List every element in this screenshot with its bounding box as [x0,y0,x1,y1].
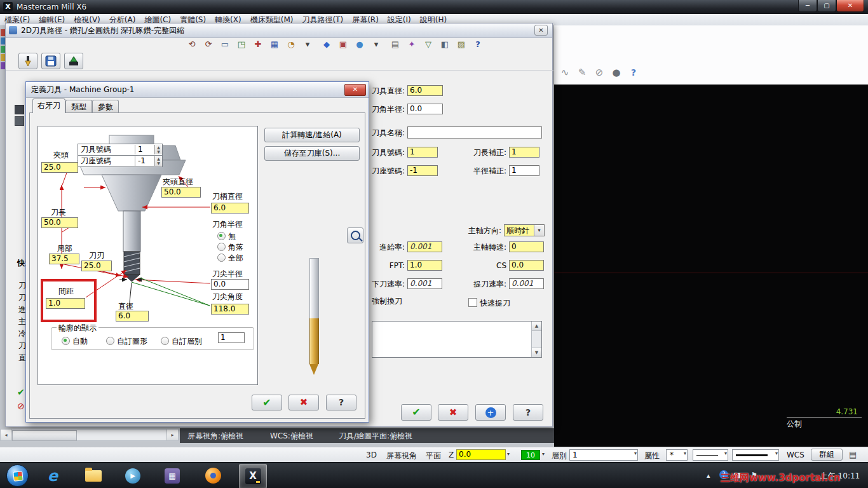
scroll-up-icon[interactable]: ▲ [532,322,541,331]
color-swatch[interactable]: 10 [521,450,540,460]
tree-item-icon[interactable] [15,116,24,126]
flute-field[interactable]: 25.0 [81,261,112,271]
scroll-left-icon[interactable]: ◂ [1,430,12,440]
comment-listbox[interactable]: ▲ ▼ [372,321,542,358]
add-button[interactable]: + [475,404,506,421]
square-icon[interactable]: ▣ [336,38,350,51]
tip-angle-field[interactable]: 118.0 [211,304,249,315]
level-dropdown[interactable]: 1 ▾ [569,449,638,461]
line-width-dropdown[interactable]: ▾ [732,449,779,461]
star-icon[interactable]: ✦ [405,38,419,51]
diamond-icon[interactable]: ◆ [320,38,334,51]
holder-number-box[interactable]: 刀座號碼 -1 ▲▼ [78,155,163,167]
tab-right-tap[interactable]: 右牙刀 [32,98,65,113]
spinner-icon[interactable]: ▲▼ [154,145,162,154]
profile-custom-level-radio[interactable]: 自訂層別 [161,334,202,346]
attributes-button[interactable]: 屬性 [644,451,660,461]
holder-number-value[interactable]: -1 [135,156,154,166]
grid-menu-icon[interactable]: ▤ [849,450,857,459]
scrollbar-horizontal[interactable]: ◂ ▸ [0,429,179,441]
dot-icon[interactable]: ● [353,38,367,51]
length-offset-field[interactable]: 1 [509,147,539,158]
taskbar-app[interactable]: ▦ [159,464,186,487]
taskbar-media-player[interactable]: ▶ [119,464,146,487]
radius-offset-field[interactable]: 1 [509,165,539,176]
rows-icon[interactable]: ▤ [388,38,402,51]
profile-level-field[interactable]: 1 [218,332,245,343]
graphics-viewport[interactable]: 4.731 公制 [554,85,868,447]
help-icon[interactable]: ? [471,38,485,51]
profile-custom-geo-radio[interactable]: 自訂圖形 [106,334,147,346]
point-style-dropdown[interactable]: * ▾ [666,449,688,461]
taskbar-firefox[interactable] [200,464,226,487]
tree-item-icon[interactable] [15,105,24,114]
holder-number-field[interactable]: -1 [407,165,438,176]
line-style-dropdown[interactable]: ▾ [693,449,728,461]
define-tool-titlebar[interactable]: 定義刀具 - Machine Group-1 ✕ [26,82,369,98]
tray-expand-icon[interactable]: ▴ [707,471,710,480]
planes-button[interactable]: 平面 [426,451,441,461]
toolpath-dialog-titlebar[interactable]: 2D刀具路徑 - 鑽孔/全圓銑削 深孔啄鑽-完整回縮 ✕ [6,24,552,38]
dropdown-icon[interactable]: ▾ [369,38,383,51]
taskbar-explorer[interactable] [80,464,107,487]
spinner-icon[interactable]: ▲▼ [154,156,162,166]
taskbar-ie[interactable]: e [39,464,66,487]
chevron-down-icon[interactable]: ▾ [507,451,510,457]
cs-field[interactable]: 0.0 [509,260,544,271]
close-button[interactable]: ✕ [836,0,864,12]
gview-button[interactable]: 屏幕視角 [386,451,417,461]
plus-icon[interactable]: ✚ [251,38,265,51]
wcs-button[interactable]: WCS [787,451,804,459]
tip-radius-field[interactable]: 0.0 [211,279,249,290]
profile-auto-radio[interactable]: 自動 [62,334,88,346]
taskbar-mastercam-active[interactable]: X [239,464,267,488]
chuck-dia-field[interactable]: 50.0 [161,187,201,198]
edit-icon[interactable]: ✎ [575,66,589,79]
corner-icon[interactable]: ◳ [234,38,248,51]
help-button[interactable]: ? [326,395,356,410]
ok-button[interactable]: ✔ [401,404,431,421]
chevron-down-icon[interactable]: ▾ [534,225,544,236]
wave-icon[interactable]: ∿ [558,66,572,79]
plunge-rate-field[interactable]: 0.001 [407,278,442,289]
ok-button[interactable]: ✔ [252,395,282,410]
z-depth-field[interactable]: 0.0 [456,449,506,460]
fpt-field[interactable]: 1.0 [407,260,442,271]
chuck-field[interactable]: 25.0 [41,162,78,173]
minimize-button[interactable]: ─ [798,0,817,12]
tool-dia-field[interactable]: 6.0 [407,85,443,96]
pie-icon[interactable]: ◔ [284,38,298,51]
start-button[interactable] [6,464,29,487]
tool-number-field[interactable]: 1 [407,147,438,158]
scroll-down-icon[interactable]: ▼ [532,348,541,357]
3d-toggle[interactable]: 3D [366,451,377,459]
select-tool-button[interactable] [18,53,37,69]
length-field[interactable]: 50.0 [41,217,78,228]
no-entry-icon[interactable]: ⊘ [592,66,606,79]
scrollbar-vertical[interactable]: ▲ ▼ [531,322,541,357]
tool-number-value[interactable]: 1 [135,145,154,154]
calc-speed-feed-button[interactable]: 計算轉速/進給(A) [264,128,360,142]
save-to-library-button[interactable]: 儲存至刀庫(S)... [264,146,360,161]
rapid-retract-checkbox[interactable]: 快速提刀 [468,296,510,308]
retract-rate-field[interactable]: 0.001 [509,278,544,289]
spindle-direction-dropdown[interactable]: 順時針 ▾ [504,224,545,236]
grid-icon[interactable]: ▦ [268,38,281,51]
preview-button[interactable] [347,227,363,243]
toolpath-dialog-close-button[interactable]: ✕ [534,25,548,36]
hatch-icon[interactable]: ▨ [454,38,468,51]
corner-full-radio[interactable]: 全部 [217,251,243,263]
cancel-button[interactable]: ✖ [438,404,468,421]
rect-icon[interactable]: ▭ [218,38,232,51]
tab-parameters[interactable]: 參數 [92,100,119,113]
spindle-speed-field[interactable]: 0 [509,241,544,252]
tool-name-field[interactable] [407,126,542,139]
undo-icon[interactable]: ⟲ [185,38,199,51]
close-button[interactable]: ✕ [344,84,366,96]
shank-dia-field[interactable]: 6.0 [211,203,249,214]
tool-number-box[interactable]: 刀具號碼 1 ▲▼ [78,144,163,156]
help-button[interactable]: ? [513,404,543,421]
verify-button[interactable] [64,53,83,69]
tab-type[interactable]: 類型 [65,100,92,113]
redo-icon[interactable]: ⟳ [201,38,215,51]
